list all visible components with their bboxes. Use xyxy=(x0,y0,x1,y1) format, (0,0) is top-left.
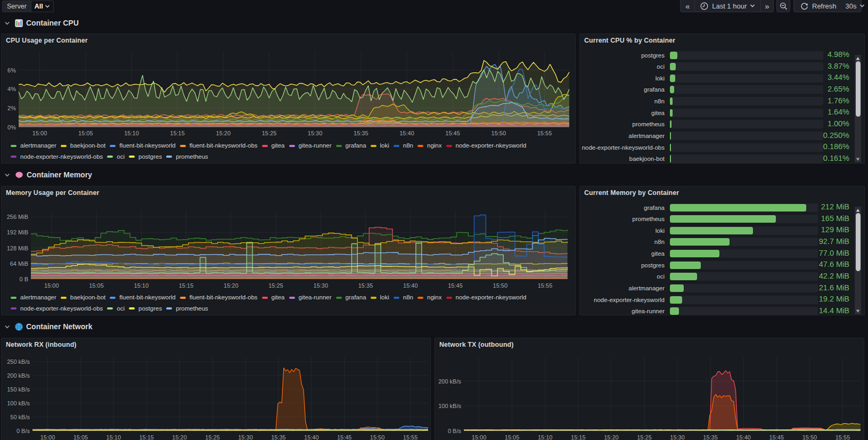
svg-text:15:25: 15:25 xyxy=(262,130,277,136)
svg-text:15:35: 15:35 xyxy=(358,282,373,289)
svg-text:15:00: 15:00 xyxy=(472,434,487,440)
svg-text:6%: 6% xyxy=(7,67,16,74)
svg-text:15:25: 15:25 xyxy=(637,434,652,440)
svg-text:15:50: 15:50 xyxy=(493,282,508,289)
svg-text:15:45: 15:45 xyxy=(769,434,784,440)
svg-text:15:10: 15:10 xyxy=(538,434,553,440)
svg-text:200 kB/s: 200 kB/s xyxy=(7,372,30,379)
svg-text:0%: 0% xyxy=(7,124,16,131)
svg-text:15:10: 15:10 xyxy=(124,130,139,136)
svg-text:15:50: 15:50 xyxy=(370,434,385,440)
svg-text:15:15: 15:15 xyxy=(179,282,194,289)
svg-text:15:10: 15:10 xyxy=(107,434,121,440)
svg-text:15:25: 15:25 xyxy=(205,434,220,440)
svg-text:15:40: 15:40 xyxy=(399,130,414,136)
svg-text:100 kB/s: 100 kB/s xyxy=(7,400,30,406)
svg-text:15:30: 15:30 xyxy=(670,434,685,440)
svg-text:15:40: 15:40 xyxy=(403,282,418,289)
svg-text:15:05: 15:05 xyxy=(78,130,93,136)
svg-text:15:15: 15:15 xyxy=(170,130,185,136)
svg-text:150 kB/s: 150 kB/s xyxy=(7,386,30,393)
svg-text:15:55: 15:55 xyxy=(538,282,553,289)
svg-text:0 B/s: 0 B/s xyxy=(17,428,30,434)
svg-text:15:00: 15:00 xyxy=(40,434,55,440)
svg-text:15:15: 15:15 xyxy=(139,434,154,440)
svg-text:50 kB/s: 50 kB/s xyxy=(10,414,30,420)
svg-text:15:00: 15:00 xyxy=(32,130,47,136)
svg-text:15:45: 15:45 xyxy=(337,434,352,440)
svg-text:15:15: 15:15 xyxy=(571,434,586,440)
svg-text:15:20: 15:20 xyxy=(604,434,619,440)
svg-text:250 kB/s: 250 kB/s xyxy=(7,358,30,365)
svg-text:15:10: 15:10 xyxy=(134,282,149,289)
svg-text:15:00: 15:00 xyxy=(44,282,59,289)
svg-text:2%: 2% xyxy=(7,105,16,111)
svg-text:15:55: 15:55 xyxy=(403,434,418,440)
svg-text:4%: 4% xyxy=(7,86,16,92)
svg-text:15:55: 15:55 xyxy=(836,434,850,440)
svg-text:15:45: 15:45 xyxy=(448,282,463,289)
svg-text:15:55: 15:55 xyxy=(537,130,552,136)
svg-text:15:40: 15:40 xyxy=(736,434,751,440)
svg-text:15:05: 15:05 xyxy=(73,434,88,440)
svg-text:0 B: 0 B xyxy=(19,276,28,282)
svg-text:64 MiB: 64 MiB xyxy=(10,260,28,267)
svg-text:15:40: 15:40 xyxy=(304,434,319,440)
svg-text:15:45: 15:45 xyxy=(445,130,460,136)
svg-text:0 B/s: 0 B/s xyxy=(448,428,462,434)
svg-text:15:30: 15:30 xyxy=(314,282,329,289)
svg-text:15:25: 15:25 xyxy=(268,282,283,289)
svg-text:200 kB/s: 200 kB/s xyxy=(438,378,461,385)
svg-text:15:50: 15:50 xyxy=(803,434,817,440)
svg-text:15:35: 15:35 xyxy=(703,434,718,440)
svg-text:15:35: 15:35 xyxy=(271,434,286,440)
svg-text:15:50: 15:50 xyxy=(492,130,506,136)
svg-text:15:05: 15:05 xyxy=(505,434,520,440)
svg-text:15:30: 15:30 xyxy=(308,130,323,136)
svg-text:15:30: 15:30 xyxy=(238,434,253,440)
svg-text:15:35: 15:35 xyxy=(354,130,369,136)
svg-text:128 MiB: 128 MiB xyxy=(7,245,28,251)
svg-text:15:20: 15:20 xyxy=(224,282,239,289)
svg-text:256 MiB: 256 MiB xyxy=(7,214,28,220)
svg-text:15:05: 15:05 xyxy=(89,282,104,289)
svg-text:100 kB/s: 100 kB/s xyxy=(438,403,461,409)
svg-text:15:20: 15:20 xyxy=(172,434,187,440)
svg-text:15:20: 15:20 xyxy=(216,130,231,136)
svg-text:192 MiB: 192 MiB xyxy=(7,229,28,235)
